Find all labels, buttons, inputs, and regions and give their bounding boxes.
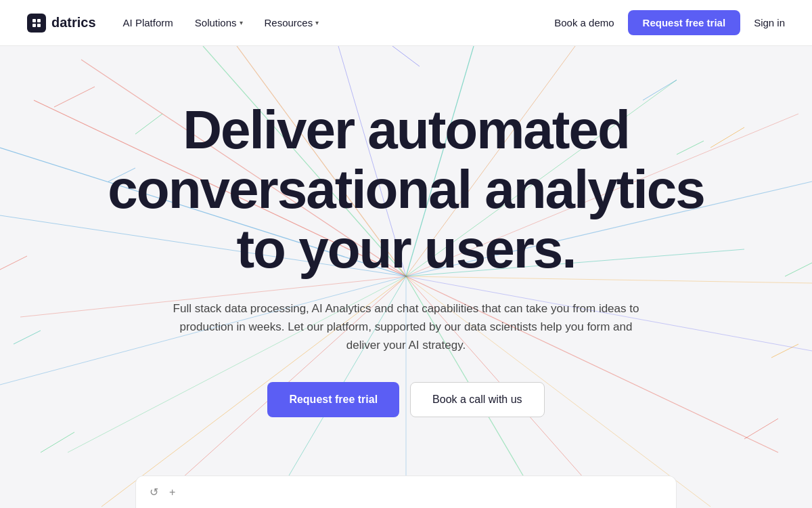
svg-line-39: [785, 263, 812, 276]
hero-content: Deliver automated conversational analyti…: [108, 100, 704, 417]
nav-actions: Book a demo Request free trial Sign in: [554, 10, 785, 35]
hero-section: Deliver automated conversational analyti…: [0, 46, 812, 508]
chevron-down-icon: ▾: [240, 19, 243, 26]
book-demo-button[interactable]: Book a demo: [554, 17, 614, 28]
nav-solutions[interactable]: Solutions ▾: [195, 17, 243, 28]
request-trial-hero-button[interactable]: Request free trial: [267, 382, 399, 417]
svg-line-35: [744, 419, 778, 439]
brand-name: datrics: [51, 15, 96, 30]
sign-in-button[interactable]: Sign in: [754, 17, 785, 28]
navbar: datrics AI Platform Solutions ▾ Resource…: [0, 0, 812, 46]
hero-cta-group: Request free trial Book a call with us: [108, 382, 704, 417]
logo[interactable]: datrics: [27, 14, 96, 33]
svg-line-38: [0, 256, 27, 270]
svg-rect-1: [37, 19, 41, 22]
nav-resources[interactable]: Resources ▾: [265, 17, 319, 28]
svg-line-30: [54, 87, 95, 107]
svg-line-33: [710, 127, 744, 148]
svg-rect-2: [32, 24, 36, 27]
request-trial-nav-button[interactable]: Request free trial: [628, 10, 741, 35]
add-icon[interactable]: +: [169, 486, 175, 499]
svg-line-40: [392, 46, 420, 66]
nav-links: AI Platform Solutions ▾ Resources ▾: [123, 17, 555, 28]
book-call-button[interactable]: Book a call with us: [410, 382, 545, 417]
svg-line-45: [14, 331, 41, 344]
chevron-down-icon: ▾: [315, 19, 319, 26]
hero-title: Deliver automated conversational analyti…: [108, 100, 704, 279]
bottom-bar: ↺ +: [135, 475, 677, 508]
svg-line-32: [643, 80, 677, 100]
nav-ai-platform[interactable]: AI Platform: [123, 17, 173, 28]
history-icon[interactable]: ↺: [150, 486, 158, 499]
svg-rect-0: [32, 19, 36, 22]
hero-subtitle: Full stack data processing, AI Analytics…: [162, 299, 650, 355]
svg-rect-3: [37, 24, 41, 27]
svg-line-34: [41, 432, 74, 452]
logo-icon: [27, 14, 46, 33]
svg-line-46: [771, 344, 798, 358]
